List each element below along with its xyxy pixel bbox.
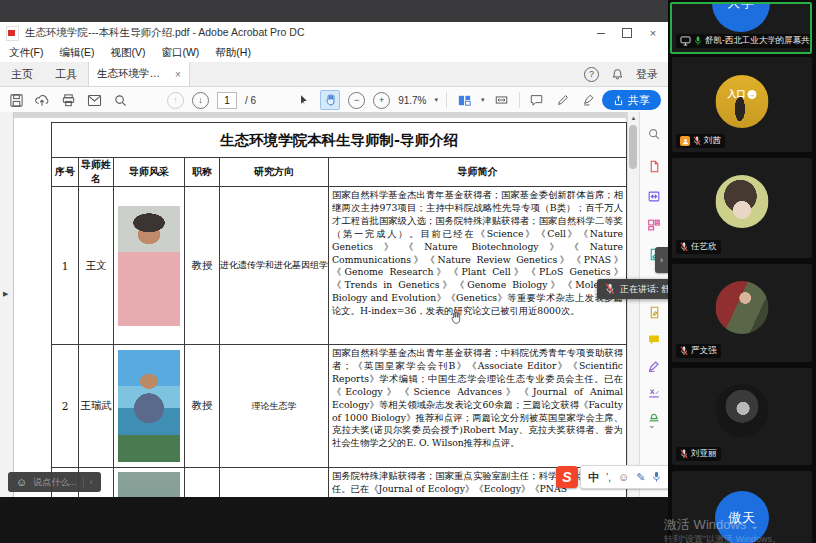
- more-tools-icon[interactable]: ⌄: [648, 420, 656, 430]
- certificates-icon[interactable]: [646, 385, 662, 401]
- collapse-icon[interactable]: ‹: [90, 477, 93, 487]
- close-button[interactable]: ×: [640, 22, 666, 44]
- zoom-caret-icon[interactable]: ▾: [434, 96, 438, 104]
- hand-tool-icon[interactable]: [320, 90, 340, 110]
- tab-bar: 主页 工具 生态环境学院---本... × ? 登录: [0, 62, 668, 87]
- bell-icon[interactable]: [611, 68, 624, 81]
- page-display-caret-icon[interactable]: ▾: [481, 96, 485, 104]
- save-icon[interactable]: [7, 91, 25, 109]
- row2-intro-cell: 国家自然科学基金杰出青年基金获得者；中科院优秀青年专项资助获得者；《英国皇家学会…: [329, 345, 627, 468]
- minimize-button[interactable]: [588, 22, 614, 44]
- scroll-up-icon[interactable]: ▲: [628, 112, 639, 124]
- tab-home[interactable]: 主页: [0, 62, 44, 86]
- tab-document-title: 生态环境学院---本...: [97, 67, 169, 81]
- ime-punctuation-toggle[interactable]: ’,: [606, 472, 611, 483]
- participant-tile[interactable]: 严文强: [672, 264, 812, 362]
- row2-research: 理论生态学: [220, 345, 329, 468]
- screen-share-icon: [680, 36, 691, 46]
- zoom-level-value[interactable]: 91.7%: [398, 95, 426, 106]
- mentor-photo: [118, 350, 180, 462]
- col-header-photo: 导师风采: [114, 158, 185, 187]
- row1-rank: 教授: [185, 187, 220, 345]
- scrollbar-thumb[interactable]: [629, 125, 637, 169]
- emoji-icon[interactable]: ☺: [16, 476, 27, 488]
- signature-tool-icon[interactable]: [580, 91, 598, 109]
- participant-label: 任艺欣: [676, 240, 721, 254]
- email-icon[interactable]: [85, 91, 103, 109]
- share-button[interactable]: 共享: [602, 90, 661, 110]
- vertical-scrollbar[interactable]: ▲: [627, 112, 639, 497]
- ime-emoji-icon[interactable]: ☺: [618, 471, 629, 483]
- avatar-caption: 入口: [728, 88, 746, 101]
- previous-page-button[interactable]: ↑: [167, 92, 184, 109]
- panel-expander[interactable]: ›: [655, 247, 668, 273]
- comment-tool-icon[interactable]: [528, 91, 546, 109]
- search-tool-icon[interactable]: [646, 126, 662, 142]
- participant-name: 严文强: [691, 345, 717, 357]
- row3-rank: [185, 468, 220, 498]
- search-icon[interactable]: [111, 91, 129, 109]
- row2-name: 王瑞武: [79, 345, 114, 468]
- menu-file[interactable]: 文件(F): [9, 46, 43, 60]
- acrobat-window: 生态环境学院---本科生导师介绍.pdf - Adobe Acrobat Pro…: [0, 22, 668, 497]
- page-number-input[interactable]: 1: [217, 92, 237, 109]
- share-button-label: 共享: [628, 93, 650, 108]
- ime-voice-icon[interactable]: [652, 471, 661, 483]
- organize-pages-icon[interactable]: [646, 217, 662, 233]
- participant-label: 刘茜: [676, 134, 725, 148]
- chat-placeholder[interactable]: 说点什么...: [33, 476, 77, 489]
- menu-window[interactable]: 窗口(W): [161, 46, 199, 60]
- create-pdf-icon[interactable]: [646, 158, 662, 174]
- restore-button[interactable]: [614, 22, 640, 44]
- mentor-photo: [118, 472, 180, 497]
- tab-tools[interactable]: 工具: [44, 62, 88, 86]
- tab-document[interactable]: 生态环境学院---本... ×: [88, 62, 190, 86]
- fit-width-icon[interactable]: [493, 91, 511, 109]
- nav-expand-icon[interactable]: ▶: [3, 290, 8, 298]
- mic-muted-icon: [680, 346, 688, 356]
- page-display-icon[interactable]: [455, 91, 473, 109]
- pdf-page: 生态环境学院本科生导师制-导师介绍 序号 导师姓名 导师风采 职称 研究方向 导…: [14, 118, 626, 497]
- participant-tile[interactable]: 入口 → 刘茜: [672, 57, 812, 152]
- ime-language-toggle[interactable]: 中: [588, 470, 599, 485]
- page-total-label: / 6: [245, 95, 256, 106]
- avatar: [716, 281, 769, 334]
- print-icon[interactable]: [59, 91, 77, 109]
- avatar: 大学: [712, 2, 770, 32]
- tab-close-icon[interactable]: ×: [175, 69, 181, 80]
- table-title: 生态环境学院本科生导师制-导师介绍: [52, 123, 627, 158]
- row1-intro: 国家自然科学基金杰出青年基金获得者；国家基金委创新群体首席；相继两次主持973项…: [332, 189, 623, 341]
- next-page-button[interactable]: ↓: [192, 92, 209, 109]
- zoom-out-button[interactable]: −: [348, 92, 365, 109]
- chat-input-pill[interactable]: ☺ 说点什么... ‹: [8, 472, 101, 492]
- col-header-no: 序号: [52, 158, 79, 187]
- avatar: [716, 175, 769, 228]
- window-controls: ×: [588, 22, 666, 44]
- comment-pane-icon[interactable]: [646, 331, 662, 347]
- participant-label: 舒凯-西北工业大学的屏幕共享: [676, 34, 812, 48]
- help-icon[interactable]: ?: [584, 67, 599, 82]
- request-signatures-icon[interactable]: [646, 304, 662, 320]
- select-tool-icon[interactable]: [294, 91, 312, 109]
- row2-rank: 教授: [185, 345, 220, 468]
- mic-muted-icon: [680, 449, 688, 459]
- participant-tile[interactable]: 大学 舒凯-西北工业大学的屏幕共享: [670, 2, 812, 54]
- navigation-pane-collapsed[interactable]: ▶: [0, 112, 14, 497]
- row1-intro-cell: 国家自然科学基金杰出青年基金获得者；国家基金委创新群体首席；相继两次主持973项…: [329, 187, 627, 345]
- cloud-upload-icon[interactable]: [33, 91, 51, 109]
- export-pdf-icon[interactable]: [646, 188, 662, 204]
- hand-cursor-icon: [449, 310, 463, 326]
- zoom-in-button[interactable]: +: [373, 92, 390, 109]
- menu-edit[interactable]: 编辑(E): [59, 46, 94, 60]
- window-title: 生态环境学院---本科生导师介绍.pdf - Adobe Acrobat Pro…: [25, 26, 304, 40]
- sign-in-link[interactable]: 登录: [636, 67, 658, 82]
- participant-tile[interactable]: 刘亚丽: [672, 368, 812, 465]
- pencil-tool-icon[interactable]: [554, 91, 572, 109]
- participant-tile[interactable]: 任艺欣: [672, 158, 812, 258]
- sogou-logo-icon[interactable]: S: [556, 466, 578, 488]
- fill-sign-pen-icon[interactable]: [646, 358, 662, 374]
- menu-help[interactable]: 帮助(H): [215, 46, 251, 60]
- row2-no: 2: [52, 345, 79, 468]
- ime-handwriting-icon[interactable]: ✎: [636, 471, 645, 484]
- menu-view[interactable]: 视图(V): [110, 46, 145, 60]
